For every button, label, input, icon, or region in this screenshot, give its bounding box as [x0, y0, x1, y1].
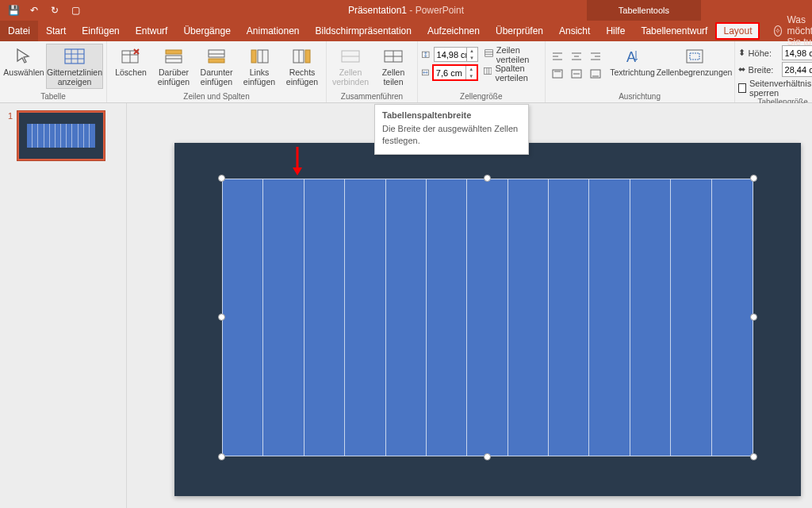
distribute-rows-button[interactable]: Zeilen verteilen — [481, 47, 542, 62]
lock-aspect-checkbox[interactable]: Seitenverhältnis sperren — [738, 79, 812, 98]
table-height-input[interactable]: ▲▼ — [782, 45, 812, 60]
tab-start[interactable]: Start — [38, 21, 74, 41]
tooltip-title: Tabellenspaltenbreite — [382, 110, 521, 120]
distribute-cols-button[interactable]: Spalten verteilen — [481, 65, 542, 80]
slide-number: 1 — [8, 111, 13, 160]
down-arrow-icon[interactable]: ▼ — [466, 73, 477, 80]
resize-handle[interactable] — [750, 175, 757, 182]
tooltip-body: Die Breite der ausgewählten Zellen festl… — [382, 123, 521, 147]
align-middle-button[interactable] — [568, 66, 585, 82]
align-bottom-button[interactable] — [587, 66, 604, 82]
view-gridlines-button[interactable]: Gitternetzlinien anzeigen — [46, 44, 103, 89]
split-cells-button[interactable]: Zellen teilen — [373, 44, 414, 89]
table-grid[interactable] — [222, 179, 753, 456]
tab-design[interactable]: Entwurf — [128, 21, 176, 41]
slide[interactable] — [174, 143, 801, 496]
tab-table-design[interactable]: Tabellenentwurf — [633, 21, 715, 41]
undo-icon[interactable]: ↶ — [29, 5, 40, 16]
svg-rect-16 — [251, 50, 256, 63]
tab-help[interactable]: Hilfe — [598, 21, 633, 41]
tab-view[interactable]: Ansicht — [551, 21, 598, 41]
insert-below-button[interactable]: Darunter einfügen — [196, 44, 237, 89]
align-right-button[interactable] — [587, 48, 604, 64]
tab-slideshow[interactable]: Bildschirmpräsentation — [308, 21, 419, 41]
tab-review[interactable]: Überprüfen — [488, 21, 551, 41]
svg-rect-10 — [166, 50, 182, 54]
svg-rect-19 — [305, 50, 310, 63]
group-cell-size: ▲▼ Zeilen verteilen ▲▼ Spalten verteilen… — [418, 41, 546, 102]
merge-cells-icon — [339, 46, 362, 67]
workspace: 1 — [0, 103, 812, 508]
group-table-size: ⬍ Höhe: ▲▼ ⬌ Breite: ▲▼ Seitenverhältnis… — [735, 41, 812, 102]
split-cells-icon — [381, 46, 405, 67]
resize-handle[interactable] — [218, 175, 225, 182]
svg-rect-13 — [209, 59, 224, 63]
thumbnail-preview[interactable] — [17, 111, 105, 160]
tab-insert[interactable]: Einfügen — [74, 21, 127, 41]
svg-text:A: A — [626, 49, 636, 65]
tab-layout[interactable]: Layout — [715, 22, 760, 40]
insert-left-button[interactable]: Links einfügen — [239, 44, 280, 89]
tell-me-label: Was möchten Sie tun? — [787, 14, 812, 48]
group-merge: Zellen verbinden Zellen teilen Zusammenf… — [327, 41, 418, 102]
insert-right-button[interactable]: Rechts einfügen — [282, 44, 323, 89]
row-height-icon — [421, 48, 431, 61]
group-alignment: A Textrichtung Zellenbegrenzungen Ausric… — [546, 41, 735, 102]
up-arrow-icon[interactable]: ▲ — [466, 66, 477, 73]
distribute-rows-icon — [485, 49, 493, 60]
cell-width-input[interactable]: ▲▼ — [433, 65, 477, 80]
svg-rect-0 — [65, 49, 84, 64]
merge-cells-button[interactable]: Zellen verbinden — [330, 44, 371, 89]
distribute-cols-icon — [484, 67, 492, 79]
cell-height-input[interactable]: ▲▼ — [434, 47, 478, 62]
tab-animations[interactable]: Animationen — [239, 21, 308, 41]
down-arrow-icon[interactable]: ▼ — [467, 55, 477, 62]
resize-handle[interactable] — [218, 314, 225, 321]
checkbox-icon — [738, 83, 746, 93]
app-name: PowerPoint — [416, 5, 464, 16]
align-buttons — [549, 44, 607, 82]
table-object[interactable] — [222, 179, 753, 456]
start-from-beginning-icon[interactable]: ▢ — [70, 5, 81, 16]
up-arrow-icon[interactable]: ▲ — [467, 48, 477, 55]
slide-thumbnail[interactable]: 1 — [8, 111, 118, 160]
resize-handle[interactable] — [750, 453, 757, 460]
redo-icon[interactable]: ↻ — [49, 5, 60, 16]
cursor-icon — [12, 46, 36, 67]
slide-canvas[interactable] — [127, 103, 812, 508]
align-left-button[interactable] — [549, 48, 566, 64]
tab-transitions[interactable]: Übergänge — [175, 21, 238, 41]
ribbon-tabs: Datei Start Einfügen Entwurf Übergänge A… — [0, 21, 812, 41]
insert-col-right-icon — [290, 46, 314, 67]
text-direction-icon: A — [621, 46, 645, 67]
delete-button[interactable]: Löschen — [110, 44, 151, 80]
cell-margins-button[interactable]: Zellenbegrenzungen — [658, 44, 731, 80]
title-bar: 💾 ↶ ↻ ▢ Präsentation1 - PowerPoint Tabel… — [0, 0, 812, 21]
svg-rect-26 — [485, 49, 492, 56]
align-center-button[interactable] — [568, 48, 585, 64]
tooltip: Tabellenspaltenbreite Die Breite der aus… — [374, 104, 529, 155]
tell-me[interactable]: ✧ Was möchten Sie tun? — [774, 21, 812, 41]
svg-rect-40 — [687, 50, 703, 63]
table-width-input[interactable]: ▲▼ — [782, 62, 812, 77]
table-height-icon: ⬍ — [738, 48, 745, 58]
align-top-button[interactable] — [549, 66, 566, 82]
lightbulb-icon: ✧ — [774, 25, 782, 37]
document-name: Präsentation1 — [348, 5, 407, 16]
save-icon[interactable]: 💾 — [8, 5, 19, 16]
text-direction-button[interactable]: A Textrichtung — [609, 44, 657, 80]
resize-handle[interactable] — [218, 453, 225, 460]
resize-handle[interactable] — [484, 175, 491, 182]
tab-record[interactable]: Aufzeichnen — [419, 21, 488, 41]
gridlines-icon — [63, 46, 86, 67]
tab-file[interactable]: Datei — [0, 21, 38, 41]
resize-handle[interactable] — [484, 453, 491, 460]
svg-rect-30 — [484, 68, 491, 75]
select-button[interactable]: Auswählen — [3, 44, 44, 80]
col-width-icon — [421, 67, 430, 79]
insert-above-button[interactable]: Darüber einfügen — [153, 44, 194, 89]
resize-handle[interactable] — [750, 314, 757, 321]
ribbon: Auswählen Gitternetzlinien anzeigen Tabe… — [0, 41, 812, 103]
group-rows-columns: Löschen Darüber einfügen Darunter einfüg… — [107, 41, 327, 102]
slide-thumbnails-panel[interactable]: 1 — [0, 103, 127, 508]
